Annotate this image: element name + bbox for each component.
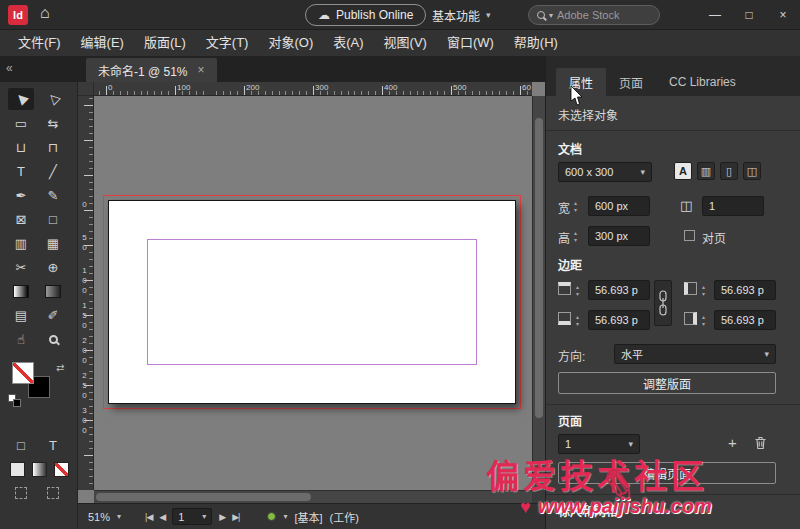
margin-outside-stepper[interactable]: ▴▾ xyxy=(702,314,705,327)
horizontal-ruler[interactable]: 0 100 200 300 400 500 60 xyxy=(94,82,532,96)
horizontal-scrollbar[interactable] xyxy=(94,490,532,503)
next-page-button[interactable]: ▶ xyxy=(219,512,225,522)
document-tab[interactable]: 未命名-1 @ 51% × xyxy=(86,58,217,82)
stepper-up-icon[interactable]: ▴ xyxy=(574,230,577,236)
content-placer-tool[interactable]: ⊓ xyxy=(40,136,66,158)
last-page-button[interactable]: ▶| xyxy=(232,512,239,522)
stepper-down-icon[interactable]: ▾ xyxy=(576,291,579,297)
horizontal-grid-tool[interactable]: ▥ xyxy=(8,232,34,254)
height-input[interactable]: 300 px xyxy=(588,226,650,246)
menu-view[interactable]: 视图(V) xyxy=(374,30,437,56)
stepper-up-icon[interactable]: ▴ xyxy=(702,284,705,290)
menu-window[interactable]: 窗口(W) xyxy=(437,30,504,56)
preflight-profile[interactable]: [基本] xyxy=(294,509,322,525)
margin-inside-input[interactable]: 56.693 p xyxy=(714,280,776,300)
current-page-dropdown[interactable]: 1 ▾ xyxy=(558,434,640,454)
default-stroke-icon[interactable] xyxy=(13,399,21,407)
menu-type[interactable]: 文字(T) xyxy=(196,30,259,56)
page-size-dropdown[interactable]: 600 x 300 ▾ xyxy=(558,162,652,182)
tab-cc-libraries[interactable]: CC Libraries xyxy=(656,68,749,96)
fill-color-swatch[interactable] xyxy=(12,362,34,384)
stepper-down-icon[interactable]: ▾ xyxy=(574,207,577,213)
collapse-panels-icon[interactable]: « xyxy=(6,61,13,75)
note-tool[interactable]: ▤ xyxy=(8,304,34,326)
page-count-input[interactable]: 1 xyxy=(702,196,764,216)
zoom-tool[interactable] xyxy=(40,328,66,350)
adjust-layout-button[interactable]: 调整版面 xyxy=(558,372,776,394)
first-page-button[interactable]: |◀ xyxy=(145,512,152,522)
stepper-up-icon[interactable]: ▴ xyxy=(576,284,579,290)
document-canvas[interactable]: 0 100 200 300 400 500 60 0 50 100 150 20… xyxy=(78,82,545,503)
home-icon[interactable]: ⌂ xyxy=(40,4,50,22)
publish-online-button[interactable]: ☁ Publish Online xyxy=(305,4,426,26)
stepper-down-icon[interactable]: ▾ xyxy=(702,321,705,327)
height-stepper[interactable]: ▴▾ xyxy=(574,230,577,243)
hand-tool[interactable]: ☝ xyxy=(8,328,34,350)
gradient-swatch-tool[interactable] xyxy=(8,280,34,302)
swap-fill-stroke-icon[interactable]: ⇄ xyxy=(56,362,64,373)
vertical-scrollbar-thumb[interactable] xyxy=(535,118,543,418)
vertical-grid-tool[interactable]: ▦ xyxy=(40,232,66,254)
free-transform-tool[interactable]: ⊕ xyxy=(40,256,66,278)
horizontal-scrollbar-thumb[interactable] xyxy=(96,493,311,501)
stepper-up-icon[interactable]: ▴ xyxy=(576,314,579,320)
menu-help[interactable]: 帮助(H) xyxy=(504,30,568,56)
document-tab-close-icon[interactable]: × xyxy=(198,63,205,77)
tab-pages[interactable]: 页面 xyxy=(606,68,656,96)
edit-pages-button[interactable]: 编辑页面 xyxy=(558,462,776,484)
direction-dropdown[interactable]: 水平 ▾ xyxy=(614,344,776,364)
zoom-chevron-icon[interactable]: ▾ xyxy=(117,512,121,521)
margin-top-stepper[interactable]: ▴▾ xyxy=(576,284,579,297)
link-margins-button[interactable] xyxy=(654,280,672,326)
margin-bottom-stepper[interactable]: ▴▾ xyxy=(576,314,579,327)
menu-object[interactable]: 对象(O) xyxy=(258,30,323,56)
scissors-tool[interactable]: ✂ xyxy=(8,256,34,278)
pencil-tool[interactable]: ✎ xyxy=(40,184,66,206)
page-number-field[interactable]: 1 ▾ xyxy=(172,508,212,525)
vertical-ruler[interactable]: 0 50 100 150 200 250 300 xyxy=(78,96,94,490)
selection-tool[interactable]: ▶ xyxy=(8,88,34,110)
stepper-up-icon[interactable]: ▴ xyxy=(574,200,577,206)
rectangle-frame-tool[interactable]: ⊠ xyxy=(8,208,34,230)
preset-spread-button[interactable]: ◫ xyxy=(743,162,761,180)
width-stepper[interactable]: ▴▾ xyxy=(574,200,577,213)
margin-inside-stepper[interactable]: ▴▾ xyxy=(702,284,705,297)
content-collector-tool[interactable]: ⊔ xyxy=(8,136,34,158)
maximize-button[interactable]: □ xyxy=(732,0,766,30)
preset-mobile-button[interactable]: ▯ xyxy=(720,162,738,180)
preset-grid-button[interactable]: ▥ xyxy=(697,162,715,180)
stepper-down-icon[interactable]: ▾ xyxy=(576,321,579,327)
width-input[interactable]: 600 px xyxy=(588,196,650,216)
formatting-affects-text-button[interactable]: T xyxy=(40,434,66,456)
previous-page-button[interactable]: ◀ xyxy=(159,512,165,522)
close-button[interactable]: × xyxy=(766,0,800,30)
screen-mode-button[interactable] xyxy=(40,482,66,504)
menu-file[interactable]: 文件(F) xyxy=(8,30,71,56)
gap-tool[interactable]: ⇆ xyxy=(40,112,66,134)
stepper-down-icon[interactable]: ▾ xyxy=(574,237,577,243)
apply-none-button[interactable] xyxy=(48,458,74,480)
stepper-down-icon[interactable]: ▾ xyxy=(702,291,705,297)
direct-selection-tool[interactable]: ▷ xyxy=(40,88,66,110)
margin-bottom-input[interactable]: 56.693 p xyxy=(588,310,650,330)
eyedropper-tool[interactable]: ✐ xyxy=(40,304,66,326)
minimize-button[interactable]: — xyxy=(698,0,732,30)
view-mode-button[interactable] xyxy=(8,482,34,504)
page-tool[interactable]: ▭ xyxy=(8,112,34,134)
menu-layout[interactable]: 版面(L) xyxy=(134,30,196,56)
line-tool[interactable]: ╱ xyxy=(40,160,66,182)
facing-pages-checkbox[interactable] xyxy=(684,230,695,241)
preflight-chevron-icon[interactable]: ▾ xyxy=(283,512,287,521)
add-page-icon[interactable]: + xyxy=(728,434,737,451)
menu-table[interactable]: 表(A) xyxy=(323,30,373,56)
gradient-feather-tool[interactable] xyxy=(40,280,66,302)
preset-portrait-button[interactable]: A xyxy=(674,162,692,180)
adobe-stock-search-input[interactable]: ▾ Adobe Stock xyxy=(528,5,660,25)
indesign-logo[interactable]: Id xyxy=(8,5,28,25)
menu-edit[interactable]: 编辑(E) xyxy=(71,30,134,56)
preflight-status-icon[interactable] xyxy=(267,512,276,521)
rectangle-tool[interactable]: □ xyxy=(40,208,66,230)
formatting-affects-container-button[interactable]: □ xyxy=(8,434,34,456)
margin-top-input[interactable]: 56.693 p xyxy=(588,280,650,300)
type-tool[interactable]: T xyxy=(8,160,34,182)
